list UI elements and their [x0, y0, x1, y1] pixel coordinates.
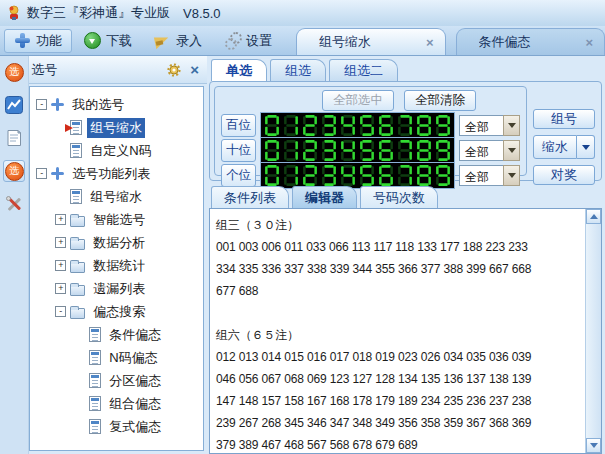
tab-条件列表[interactable]: 条件列表: [211, 186, 289, 208]
digit-position-button[interactable]: 十位: [221, 139, 256, 162]
toolbar-button-label: 录入: [176, 32, 202, 50]
shrink-button[interactable]: 缩水: [533, 135, 577, 159]
tab-单选[interactable]: 单选: [211, 59, 267, 81]
tree-item-label: 复式偏态: [106, 417, 164, 437]
folder-icon: [70, 308, 85, 319]
tree-item[interactable]: -我的选号: [30, 93, 203, 116]
led-digit-0[interactable]: [263, 114, 281, 137]
tree-item-label: 智能选号: [90, 210, 148, 230]
tree-item-label: 自定义N码: [87, 141, 154, 161]
digit-filter-combobox: 全部: [459, 140, 520, 161]
tree-item[interactable]: 自定义N码: [30, 139, 203, 162]
tree-item[interactable]: 组号缩水: [30, 116, 203, 139]
tree-item-label: 条件偏态: [106, 325, 164, 345]
tree-expander-minus[interactable]: -: [55, 306, 66, 317]
vertical-scrollbar[interactable]: [585, 209, 601, 453]
tree-item[interactable]: 条件偏态: [30, 323, 203, 346]
led-digit-6[interactable]: [377, 114, 395, 137]
led-digit-5[interactable]: [358, 114, 376, 137]
tab-close-icon[interactable]: ×: [423, 35, 437, 50]
tree-item[interactable]: 组合偏态: [30, 392, 203, 415]
editor-textarea[interactable]: 组三（３０注） 001 003 006 011 033 066 113 117 …: [210, 209, 585, 453]
led-digit-5[interactable]: [358, 139, 376, 162]
tree-item-label: 组号缩水: [87, 118, 145, 138]
dropdown-arrow-icon[interactable]: [503, 115, 520, 136]
tab-组选二[interactable]: 组选二: [329, 59, 398, 81]
tree-expander-plus[interactable]: +: [55, 283, 66, 294]
select-badge-icon: 选: [5, 162, 24, 181]
tree-item[interactable]: +遗漏列表: [30, 277, 203, 300]
folder-icon: [70, 239, 85, 250]
document-tab[interactable]: 条件偏态×: [456, 28, 605, 55]
shrink-dropdown-arrow-icon[interactable]: [577, 135, 595, 159]
tab-组选[interactable]: 组选: [270, 59, 326, 81]
led-digit-9[interactable]: [434, 139, 452, 162]
led-digit-2[interactable]: [301, 139, 319, 162]
toolbar-button-label: 下载: [106, 32, 132, 50]
led-digit-8[interactable]: [415, 114, 433, 137]
close-icon[interactable]: ×: [188, 61, 201, 78]
tree-item-label: 组合偏态: [106, 394, 164, 414]
tree-expander-plus[interactable]: +: [55, 214, 66, 225]
led-digit-2[interactable]: [301, 114, 319, 137]
digit-position-button[interactable]: 百位: [221, 114, 256, 137]
mode-tab-strip: 单选组选组选二: [209, 56, 602, 81]
toolbar-button-features[interactable]: 功能: [4, 29, 72, 53]
digit-filter-value[interactable]: 全部: [459, 140, 503, 161]
led-digit-9[interactable]: [434, 114, 452, 137]
led-digit-4[interactable]: [339, 139, 357, 162]
digit-filter-value[interactable]: 全部: [459, 115, 503, 136]
scroll-up-icon[interactable]: [586, 209, 601, 224]
clear-all-button[interactable]: 全部清除: [404, 90, 476, 111]
chart-icon-button[interactable]: [3, 94, 25, 116]
tree-item[interactable]: +数据分析: [30, 231, 203, 254]
tree-item[interactable]: 复式偏态: [30, 415, 203, 438]
tab-编辑器[interactable]: 编辑器: [292, 186, 357, 208]
tab-号码次数[interactable]: 号码次数: [360, 186, 438, 208]
led-digit-3[interactable]: [320, 139, 338, 162]
tree-item[interactable]: N码偏态: [30, 346, 203, 369]
tree-expander-minus[interactable]: -: [36, 99, 47, 110]
led-digit-6[interactable]: [377, 139, 395, 162]
tools-icon-button[interactable]: [3, 193, 25, 215]
digit-selection-box: 全部选中 全部清除 百位全部十位全部个位全部: [214, 86, 527, 176]
notes-icon-button[interactable]: [3, 127, 25, 149]
tree-item[interactable]: 分区偏态: [30, 369, 203, 392]
led-digit-1[interactable]: [282, 114, 300, 137]
dropdown-arrow-icon[interactable]: [503, 140, 520, 161]
group-number-button[interactable]: 组号: [533, 109, 595, 129]
doc-arrow-icon: [70, 120, 82, 135]
check-prize-button[interactable]: 对奖: [533, 165, 595, 185]
left-icon-strip: 选 选: [0, 56, 29, 454]
folder-icon: [70, 285, 85, 296]
tab-close-icon[interactable]: ×: [582, 35, 596, 50]
scroll-down-icon[interactable]: [586, 438, 601, 453]
document-icon: [5, 129, 23, 147]
led-digit-0[interactable]: [263, 139, 281, 162]
document-tab[interactable]: 组号缩水×: [296, 28, 446, 55]
led-digit-8[interactable]: [415, 139, 433, 162]
tree-expander-plus[interactable]: +: [55, 237, 66, 248]
toolbar: 功能下载录入设置 组号缩水×条件偏态×: [0, 26, 605, 56]
sidebar-header: 选号 ×: [29, 56, 207, 84]
tree-item[interactable]: +数据统计: [30, 254, 203, 277]
toolbar-button-settings[interactable]: 设置: [214, 29, 282, 53]
tree-item[interactable]: 组号缩水: [30, 185, 203, 208]
tree-item[interactable]: -偏态搜索: [30, 300, 203, 323]
led-digit-7[interactable]: [396, 114, 414, 137]
tree-expander-plus[interactable]: +: [55, 260, 66, 271]
digit-row: 十位全部: [221, 138, 520, 163]
tree-item[interactable]: +智能选号: [30, 208, 203, 231]
tree-item[interactable]: -选号功能列表: [30, 162, 203, 185]
toolbar-button-entry[interactable]: 录入: [144, 29, 212, 53]
toolbar-button-download[interactable]: 下载: [74, 29, 142, 53]
led-digit-4[interactable]: [339, 114, 357, 137]
led-digit-3[interactable]: [320, 114, 338, 137]
led-digit-7[interactable]: [396, 139, 414, 162]
select-panel-icon-button[interactable]: 选: [3, 61, 25, 83]
select-all-button[interactable]: 全部选中: [322, 90, 394, 111]
gear-icon[interactable]: [166, 62, 182, 78]
led-digit-1[interactable]: [282, 139, 300, 162]
tree-expander-minus[interactable]: -: [36, 168, 47, 179]
select-tool-icon-button[interactable]: 选: [3, 160, 25, 182]
